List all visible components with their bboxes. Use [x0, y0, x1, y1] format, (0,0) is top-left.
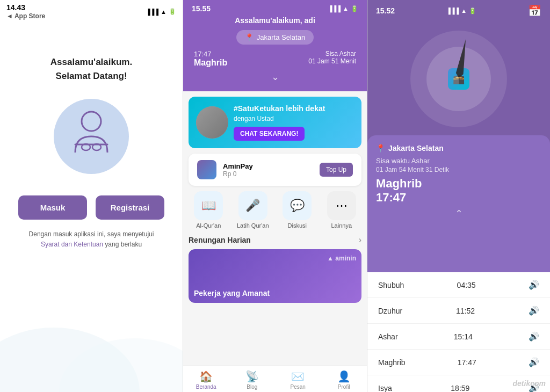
screen2: 15.55 ▐▐▐ ▲ 🔋 Assalamu'alaikum, adi 📍 Ja… — [183, 0, 367, 392]
screen2-header: 15.55 ▐▐▐ ▲ 🔋 Assalamu'alaikum, adi 📍 Ja… — [183, 0, 367, 91]
location-pill[interactable]: 📍 Jakarta Selatan — [236, 30, 314, 45]
screen1: 14.43 ◄ App Store ▐▐▐ ▲ 🔋 Assalamu'alaik… — [0, 0, 183, 392]
nav-profil[interactable]: 👤 Profil — [321, 370, 367, 390]
nav-pesan[interactable]: ✉️ Pesan — [275, 370, 321, 390]
wifi-icon-2: ▲ — [343, 5, 349, 12]
diskusi-label: Diskusi — [288, 222, 307, 229]
menu-alquran[interactable]: 📖 Al-Qur'an — [189, 191, 229, 229]
lainnya-icon: ⋯ — [327, 191, 356, 220]
watermark: detikcom — [513, 379, 546, 388]
svg-point-0 — [82, 112, 101, 131]
time-1: 14.43 — [6, 3, 45, 12]
wave-decoration — [0, 306, 183, 392]
expand-icon[interactable]: ⌄ — [192, 71, 358, 83]
menu-lainnya[interactable]: ⋯ Lainnya — [322, 191, 362, 229]
prayer-sisa: Sisa Ashar 01 Jam 51 Menit — [308, 50, 356, 68]
banner-hashtag: #SatuKetukan lebih dekat — [234, 104, 354, 113]
banner-chat-button[interactable]: CHAT SEKARANG! — [234, 127, 305, 141]
shubuh-name: Shubuh — [378, 281, 404, 289]
renungan-title: Renungan Harian — [189, 236, 251, 244]
prayer-main: Maghrib — [376, 177, 541, 191]
compass-area: 🕋 — [367, 17, 550, 135]
sound-icon-0[interactable]: 🔊 — [529, 280, 539, 290]
menu-latih[interactable]: 🎤 Latih Qur'an — [233, 191, 273, 229]
alquran-icon: 📖 — [194, 191, 223, 220]
prayer-dzuhur: Dzuhur 11:52 🔊 — [367, 298, 550, 324]
terms-link[interactable]: Syarat dan Ketentuan — [41, 241, 103, 248]
registrasi-button[interactable]: Registrasi — [96, 195, 164, 220]
lainnya-label: Lainnya — [331, 222, 352, 229]
location-name-3: Jakarta Selatan — [388, 144, 444, 153]
dzuhur-time: 11:52 — [456, 307, 475, 315]
signal-icon-3: ▐▐▐ — [446, 8, 459, 14]
aminpay-info: AminPay Rp 0 — [223, 162, 320, 178]
isya-name: Isya — [378, 384, 392, 393]
signal-icon: ▐▐▐ — [146, 9, 158, 15]
prayer-list: Shubuh 04:35 🔊 Dzuhur 11:52 🔊 Ashar 15:1… — [367, 272, 550, 392]
menu-grid: 📖 Al-Qur'an 🎤 Latih Qur'an 💬 Diskusi ⋯ L… — [189, 191, 361, 229]
renungan-card[interactable]: ▲ aminin Pekerja yang Amanat — [189, 249, 361, 303]
wifi-icon: ▲ — [161, 9, 167, 15]
location-pin-icon: 📍 — [245, 33, 254, 41]
status-icons-2: ▐▐▐ ▲ 🔋 — [328, 5, 358, 12]
beranda-icon: 🏠 — [199, 370, 213, 383]
compass-needle-svg — [410, 31, 507, 127]
compass-circle: 🕋 — [410, 31, 507, 127]
aminin-logo: ▲ aminin — [327, 255, 356, 262]
terms-text: Dengan masuk aplikasi ini, saya menyetuj… — [29, 229, 154, 250]
banner-card[interactable]: #SatuKetukan lebih dekat dengan Ustad CH… — [189, 97, 361, 148]
greeting-area: Assalamu'alaikum, adi — [192, 16, 358, 25]
auth-buttons: Masuk Registrasi — [18, 195, 164, 220]
menu-diskusi[interactable]: 💬 Diskusi — [277, 191, 317, 229]
back-arrow-icon: ◄ — [6, 12, 13, 20]
battery-icon: 🔋 — [169, 8, 176, 15]
greeting-text: Assalamu'alaikum. Selamat Datang! — [50, 55, 132, 83]
signal-icon-2: ▐▐▐ — [328, 5, 341, 12]
sound-icon-2[interactable]: 🔊 — [529, 331, 539, 342]
sound-icon-3[interactable]: 🔊 — [529, 357, 539, 367]
screen2-body: #SatuKetukan lebih dekat dengan Ustad CH… — [183, 91, 367, 365]
topup-button[interactable]: Top Up — [320, 163, 353, 177]
sound-icon-1[interactable]: 🔊 — [529, 306, 539, 316]
calendar-icon[interactable]: 📅 — [528, 4, 541, 17]
ashar-name: Ashar — [378, 332, 398, 341]
location-pin-icon-3: 📍 — [376, 144, 385, 153]
location-row: 📍 Jakarta Selatan — [376, 144, 541, 153]
nav-beranda[interactable]: 🏠 Beranda — [183, 370, 229, 390]
time-2: 15.55 — [192, 4, 211, 13]
banner-avatar — [196, 106, 228, 139]
back-link[interactable]: ◄ App Store — [6, 12, 45, 20]
battery-icon-3: 🔋 — [469, 8, 476, 14]
blog-icon: 📡 — [245, 370, 259, 383]
nav-blog[interactable]: 📡 Blog — [229, 370, 276, 390]
profil-icon: 👤 — [337, 370, 351, 383]
screen3: 15.52 ▐▐▐ ▲ 🔋 📅 🕋 📍 Jakarta Selatan Sisa… — [367, 0, 550, 392]
prayer-time: 17:47 — [194, 50, 227, 58]
prayer-shubuh: Shubuh 04:35 🔊 — [367, 272, 550, 298]
svg-marker-6 — [455, 39, 469, 78]
collapse-icon[interactable]: ⌃ — [376, 208, 541, 220]
renungan-header: Renungan Harian › — [189, 235, 361, 245]
status-bar-1: 14.43 ◄ App Store ▐▐▐ ▲ 🔋 — [0, 0, 183, 23]
banner-subtitle: dengan Ustad — [234, 115, 354, 122]
aminpay-amount: Rp 0 — [223, 170, 320, 178]
prayer-row: 17:47 Maghrib Sisa Ashar 01 Jam 51 Menit — [192, 50, 358, 68]
shubuh-time: 04:35 — [457, 281, 476, 289]
aminpay-name: AminPay — [223, 162, 320, 170]
avatar — [54, 99, 129, 174]
battery-icon-2: 🔋 — [351, 5, 358, 12]
screen2-status-bar: 15.55 ▐▐▐ ▲ 🔋 — [192, 4, 358, 13]
masuk-button[interactable]: Masuk — [18, 195, 87, 220]
prayer-maghrib: Maghrib 17:47 🔊 — [367, 350, 550, 375]
sisa-label: Sisa waktu Ashar — [376, 157, 541, 165]
renungan-arrow-icon[interactable]: › — [359, 235, 361, 245]
pesan-icon: ✉️ — [291, 370, 305, 383]
latih-label: Latih Qur'an — [237, 222, 269, 229]
alquran-label: Al-Qur'an — [196, 222, 221, 229]
isya-time: 18:59 — [451, 384, 469, 393]
aminpay-icon — [197, 160, 216, 179]
screen3-header: 15.52 ▐▐▐ ▲ 🔋 📅 — [367, 0, 550, 17]
wifi-icon-3: ▲ — [461, 8, 467, 14]
maghrib-time: 17:47 — [458, 358, 476, 367]
ashar-time: 15:14 — [454, 332, 473, 341]
